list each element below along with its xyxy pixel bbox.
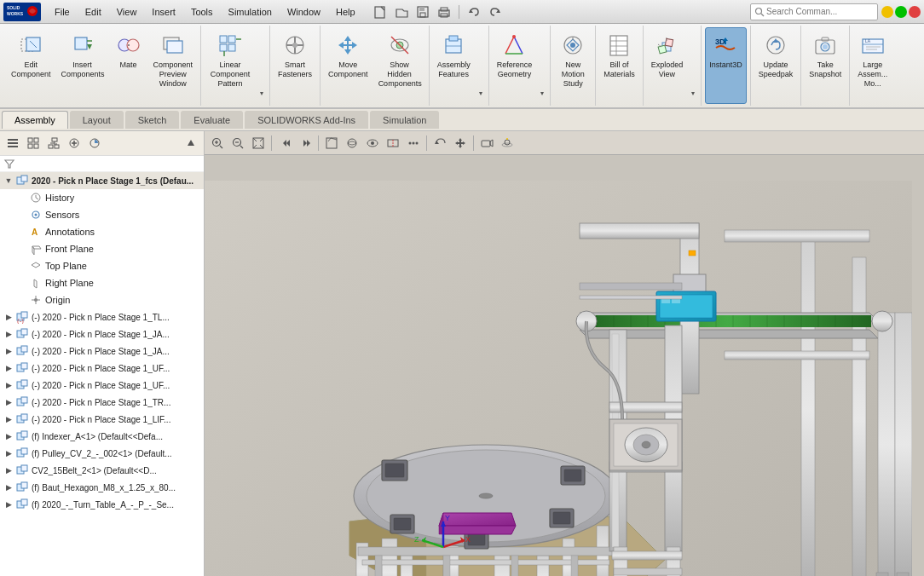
win-close[interactable] xyxy=(909,6,921,18)
large-assembly-mode-btn[interactable]: LA LargeAssem...Mo... xyxy=(853,27,892,104)
svg-line-103 xyxy=(36,198,38,199)
hide-show-btn[interactable] xyxy=(363,134,382,153)
origin-label: Origin xyxy=(45,295,70,305)
new-motion-study-btn[interactable]: NewMotionStudy xyxy=(554,27,592,104)
menu-window[interactable]: Window xyxy=(280,5,327,19)
tree-item-comp3[interactable]: ▶ (-) 2020 - Pick n Place Stage 1_JA... xyxy=(0,343,204,360)
win-maximize[interactable] xyxy=(895,6,907,18)
tree-item-right-plane[interactable]: ▶ Right Plane xyxy=(0,274,204,291)
display-style-btn[interactable] xyxy=(343,134,361,153)
tab-solidworks-addins[interactable]: SOLIDWORKS Add-Ins xyxy=(245,111,368,129)
quick-new[interactable] xyxy=(371,3,390,21)
search-input[interactable] xyxy=(766,7,869,16)
mate-btn[interactable]: Mate xyxy=(110,27,147,104)
tree-item-comp5[interactable]: ▶ (-) 2020 - Pick n Place Stage 1_UF... xyxy=(0,377,204,394)
tree-item-top-plane[interactable]: ▶ Top Plane xyxy=(0,257,204,274)
tree-item-origin[interactable]: ▶ Origin xyxy=(0,291,204,308)
instant3d-btn[interactable]: 3D Instant3D xyxy=(705,27,747,104)
sidebar-table-btn[interactable] xyxy=(24,134,43,153)
rotate-btn[interactable] xyxy=(430,134,449,153)
assembly-features-btn[interactable]: AssemblyFeatures xyxy=(433,27,475,104)
view-toolbar-more[interactable] xyxy=(404,134,423,153)
sidebar-list-btn[interactable] xyxy=(3,134,22,153)
next-view-btn[interactable] xyxy=(296,134,315,153)
tab-evaluate[interactable]: Evaluate xyxy=(181,111,243,129)
scene-btn[interactable] xyxy=(498,134,517,153)
undo-btn[interactable] xyxy=(465,3,483,21)
svg-rect-176 xyxy=(725,230,869,242)
tab-assembly[interactable]: Assembly xyxy=(2,111,68,129)
section-view-btn[interactable] xyxy=(384,134,402,153)
tree-item-comp9[interactable]: ▶ (f) Pulley_CV_2_-_002<1> (Default... xyxy=(0,445,204,462)
redo-btn[interactable] xyxy=(486,3,505,21)
tree-item-comp4[interactable]: ▶ (-) 2020 - Pick n Place Stage 1_UF... xyxy=(0,360,204,377)
edit-component-btn[interactable]: EditComponent xyxy=(7,27,55,104)
component-preview-window-btn[interactable]: ComponentPreviewWindow xyxy=(149,27,198,104)
tree-item-history[interactable]: ▶ History xyxy=(0,189,204,206)
svg-marker-253 xyxy=(439,513,516,526)
zoom-fit-btn[interactable] xyxy=(249,134,268,153)
previous-view-btn[interactable] xyxy=(275,134,294,153)
3d-viewport[interactable]: X Y Z xyxy=(205,131,924,576)
tab-layout[interactable]: Layout xyxy=(70,111,124,129)
show-hidden-components-btn[interactable]: ShowHiddenComponents xyxy=(374,27,425,104)
tree-item-annotations[interactable]: ▶ A Annotations xyxy=(0,223,204,240)
tree-item-comp12[interactable]: ▶ (f) 2020_-_Turn_Table_A_-_P_-_Se... xyxy=(0,496,204,513)
menu-tools[interactable]: Tools xyxy=(184,5,220,19)
zoom-in-btn[interactable] xyxy=(208,134,227,153)
menu-view[interactable]: View xyxy=(110,5,144,19)
tree-item-comp11[interactable]: ▶ (f) Baut_Hexagon_M8_x_1.25_x_80... xyxy=(0,479,204,496)
tree-root[interactable]: ▼ 2020 - Pick n Place Stage 1_fcs (Defau… xyxy=(0,172,204,189)
menu-help[interactable]: Help xyxy=(329,5,362,19)
tab-sketch[interactable]: Sketch xyxy=(125,111,180,129)
quick-save[interactable] xyxy=(413,3,432,21)
root-expand[interactable]: ▼ xyxy=(3,176,14,186)
sidebar-tree-btn[interactable] xyxy=(44,134,63,153)
reference-geometry-btn[interactable]: ReferenceGeometry xyxy=(493,27,537,104)
tree-item-comp10[interactable]: ▶ CV2_15Belt_2<1> (Default<<D... xyxy=(0,462,204,479)
view-orientation-btn[interactable] xyxy=(322,134,341,153)
smart-fasteners-btn[interactable]: SmartFasteners xyxy=(274,27,316,104)
svg-text:(-): (-) xyxy=(17,317,24,324)
bill-of-materials-btn[interactable]: Bill ofMaterials xyxy=(599,27,639,104)
menu-file[interactable]: File xyxy=(48,5,77,19)
tab-simulation[interactable]: Simulation xyxy=(370,111,439,129)
tree-item-comp8[interactable]: ▶ (f) Indexer_A<1> (Default<<Defa... xyxy=(0,428,204,445)
tree-item-comp1[interactable]: ▶ (-) (-) 2020 - Pick n Place Stage 1_TL… xyxy=(0,308,204,325)
update-speedpak-btn[interactable]: UpdateSpeedpak xyxy=(754,27,798,104)
tree-item-front-plane[interactable]: ▶ Front Plane xyxy=(0,240,204,257)
exploded-view-btn[interactable]: ExplodedView xyxy=(647,27,688,104)
assembly-3d-view[interactable]: X Y Z xyxy=(205,157,924,576)
take-snapshot-btn[interactable]: TakeSnapshot xyxy=(805,27,846,104)
sidebar-chart-btn[interactable] xyxy=(85,134,104,153)
svg-text:X: X xyxy=(465,535,471,544)
menu-edit[interactable]: Edit xyxy=(78,5,108,19)
zoom-out-btn[interactable] xyxy=(228,134,247,153)
menu-insert[interactable]: Insert xyxy=(145,5,182,19)
sidebar-add-btn[interactable] xyxy=(65,134,84,153)
win-minimize[interactable] xyxy=(881,6,893,18)
tree-item-comp6[interactable]: ▶ (-) 2020 - Pick n Place Stage 1_TR... xyxy=(0,394,204,411)
command-search[interactable] xyxy=(750,3,878,20)
move-component-btn[interactable]: MoveComponent xyxy=(324,27,372,104)
menu-bar: SOLID WORKS File Edit View Insert Tools … xyxy=(0,0,924,24)
menu-simulation[interactable]: Simulation xyxy=(222,5,279,19)
svg-rect-174 xyxy=(801,232,815,576)
component-5-icon xyxy=(15,378,29,392)
quick-open[interactable] xyxy=(392,3,411,21)
camera-btn[interactable] xyxy=(477,134,496,153)
tree-item-comp2[interactable]: ▶ (-) 2020 - Pick n Place Stage 1_JA... xyxy=(0,325,204,343)
svg-line-5 xyxy=(381,7,384,10)
linear-component-pattern-btn[interactable]: Linear ComponentPattern xyxy=(205,27,256,104)
comp1-expand[interactable]: ▶ xyxy=(3,312,14,322)
svg-marker-254 xyxy=(439,526,516,534)
quick-print[interactable] xyxy=(435,3,453,21)
history-icon xyxy=(29,191,43,204)
pan-btn[interactable] xyxy=(451,134,470,153)
comp2-expand[interactable]: ▶ xyxy=(3,329,14,339)
sidebar-more-btn[interactable] xyxy=(182,134,200,153)
insert-components-btn[interactable]: InsertComponents xyxy=(57,27,108,104)
svg-rect-55 xyxy=(610,36,627,55)
tree-item-sensors[interactable]: ▶ Sensors xyxy=(0,206,204,223)
tree-item-comp7[interactable]: ▶ (-) 2020 - Pick n Place Stage 1_LIF... xyxy=(0,411,204,428)
